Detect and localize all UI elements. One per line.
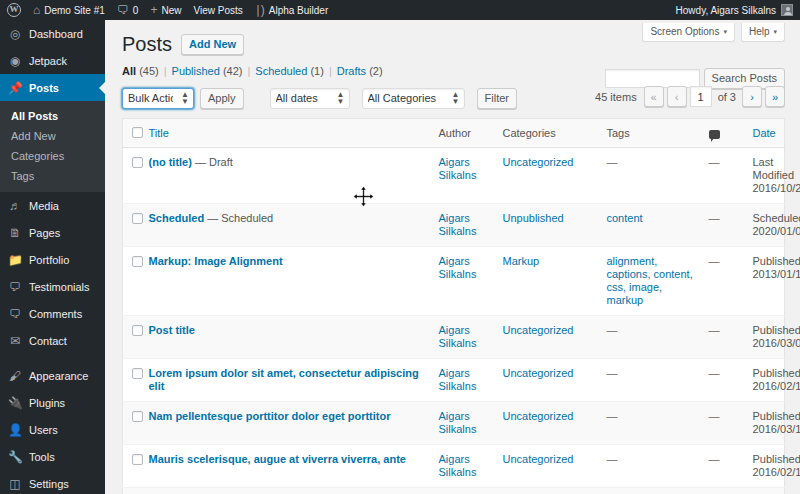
submenu-item-tags[interactable]: Tags [0,166,105,186]
row-author-link[interactable]: Aigars Silkalns [439,212,477,237]
sidebar-item-comments[interactable]: 🗨 Comments [0,300,105,327]
dates-select-wrap[interactable]: All dates ▲▼ [270,88,350,109]
row-checkbox[interactable] [132,368,143,379]
row-title-link[interactable]: Markup: Image Alignment [149,255,283,267]
row-author-cell: Aigars Silkalns [439,488,503,494]
table-row[interactable]: Markup: Image AlignmentAigars SilkalnsMa… [123,247,785,316]
sidebar-item-tools[interactable]: 🔧 Tools [0,443,105,470]
row-title-link[interactable]: Nam pellentesque porttitor dolor eget po… [149,410,391,422]
sidebar-item-portfolio[interactable]: 📁 Portfolio [0,246,105,273]
table-row[interactable]: Post titleAigars SilkalnsUncategorized——… [123,316,785,359]
submenu-item-all-posts[interactable]: All Posts [0,106,105,126]
last-page-button[interactable]: » [765,86,785,107]
view-drafts-link[interactable]: Drafts [337,65,366,77]
alpha-builder-link[interactable]: ∣) Alpha Builder [249,0,334,20]
row-title-link[interactable]: (no title) [149,156,192,168]
row-checkbox[interactable] [132,454,143,465]
row-date-cell: Last Modified2016/10/24 [753,148,785,204]
table-row[interactable]: Nam pellentesque porttitor dolor eget po… [123,402,785,445]
row-author-link[interactable]: Aigars Silkalns [439,324,477,349]
sidebar-item-contact[interactable]: ✉ Contact [0,327,105,354]
row-tags-link[interactable]: alignment, captions, content, css, image… [607,255,693,306]
new-content-menu[interactable]: + New [144,0,187,20]
submenu-item-add-new[interactable]: Add New [0,126,105,146]
view-scheduled-link[interactable]: Scheduled [255,65,307,77]
sidebar-item-media[interactable]: ♬ Media [0,192,105,219]
bulk-actions-select[interactable]: Bulk Actions [122,88,194,109]
table-row[interactable]: Lorem ipsum dolor sit amet, consectetur … [123,359,785,402]
sidebar-item-pages[interactable]: 🗎 Pages [0,219,105,246]
row-title-link[interactable]: Post title [149,324,195,336]
row-title-link[interactable]: Lorem ipsum dolor sit amet, consectetur … [149,367,419,392]
prev-page-button[interactable]: ‹ [667,86,687,107]
site-name-menu[interactable]: ⌂ Demo Site #1 [27,0,111,20]
dates-select[interactable]: All dates [270,88,350,109]
categories-select[interactable]: All Categories [362,88,465,109]
my-account-menu[interactable]: Howdy, Aigars Silkalns [676,4,800,16]
add-new-button[interactable]: Add New [181,34,244,55]
sidebar-item-settings[interactable]: ◫ Settings [0,470,105,494]
sidebar-item-appearance[interactable]: 🖌 Appearance [0,362,105,389]
row-author-link[interactable]: Aigars Silkalns [439,367,477,392]
row-checkbox[interactable] [132,157,143,168]
current-page-input[interactable]: 1 [690,86,712,107]
table-row[interactable]: Scheduled — ScheduledAigars SilkalnsUnpu… [123,204,785,247]
row-checkbox[interactable] [132,213,143,224]
admin-sidebar-menu: ◎ Dashboard ◉ Jetpack 📌 Posts All Posts … [0,20,105,494]
row-author-link[interactable]: Aigars Silkalns [439,255,477,280]
sidebar-item-users[interactable]: 👤 Users [0,416,105,443]
row-category-link[interactable]: Uncategorized [503,410,574,422]
row-checkbox[interactable] [132,256,143,267]
view-published-link[interactable]: Published [172,65,220,77]
submenu-item-categories[interactable]: Categories [0,146,105,166]
column-header-date[interactable]: Date [753,119,785,148]
table-row[interactable]: (no title) — DraftAigars SilkalnsUncateg… [123,148,785,204]
sort-title-link[interactable]: Title [149,127,169,139]
row-category-link[interactable]: Uncategorized [503,324,574,336]
view-drafts[interactable]: Drafts (2) [337,65,383,77]
filter-button[interactable]: Filter [477,88,517,109]
table-row[interactable]: Draft — DraftAigars SilkalnsUnpublishedc… [123,488,785,494]
row-category-link[interactable]: Uncategorized [503,453,574,465]
row-category-link[interactable]: Markup [503,255,540,267]
sidebar-item-posts[interactable]: 📌 Posts [0,74,105,101]
column-header-comments[interactable] [709,119,753,148]
row-title-link[interactable]: Scheduled [149,212,205,224]
categories-select-wrap[interactable]: All Categories ▲▼ [362,88,465,109]
sort-date-link[interactable]: Date [753,127,776,139]
row-title-link[interactable]: Mauris scelerisque, augue at viverra viv… [149,453,406,465]
column-header-title[interactable]: Title [149,119,439,148]
help-button[interactable]: Help ▾ [741,23,785,42]
row-category-link[interactable]: Unpublished [503,212,564,224]
first-page-button[interactable]: « [644,86,664,107]
view-published[interactable]: Published (42) [172,65,243,77]
row-author-link[interactable]: Aigars Silkalns [439,156,477,181]
row-author-link[interactable]: Aigars Silkalns [439,453,477,478]
row-checkbox[interactable] [132,325,143,336]
row-tags-link[interactable]: content [607,212,643,224]
table-row[interactable]: Mauris scelerisque, augue at viverra viv… [123,445,785,488]
apply-button[interactable]: Apply [200,88,244,109]
sidebar-item-jetpack[interactable]: ◉ Jetpack [0,47,105,74]
view-all[interactable]: All (45) [122,65,159,77]
bulk-actions-select-wrap[interactable]: Bulk Actions ▲▼ [122,88,194,109]
sidebar-item-testimonials[interactable]: 🗩 Testimonials [0,273,105,300]
select-all-checkbox[interactable] [132,127,143,138]
view-scheduled[interactable]: Scheduled (1) [255,65,324,77]
row-date-label: Published [753,255,777,268]
wp-logo-button[interactable]: W [0,0,27,20]
row-checkbox[interactable] [132,411,143,422]
view-all-link[interactable]: All [122,65,136,77]
view-posts-link[interactable]: View Posts [187,0,248,20]
sidebar-item-plugins[interactable]: 🔌 Plugins [0,389,105,416]
row-category-link[interactable]: Uncategorized [503,367,574,379]
row-categories-cell: Markup [503,247,607,316]
sidebar-item-dashboard[interactable]: ◎ Dashboard [0,20,105,47]
row-category-link[interactable]: Uncategorized [503,156,574,168]
sidebar-item-label: Tools [29,451,55,463]
comments-bubble-button[interactable]: 🗨 0 [111,0,145,20]
row-author-link[interactable]: Aigars Silkalns [439,410,477,435]
next-page-button[interactable]: › [742,86,762,107]
screen-options-button[interactable]: Screen Options ▾ [642,23,734,42]
row-title-cell: Post title [149,316,439,359]
